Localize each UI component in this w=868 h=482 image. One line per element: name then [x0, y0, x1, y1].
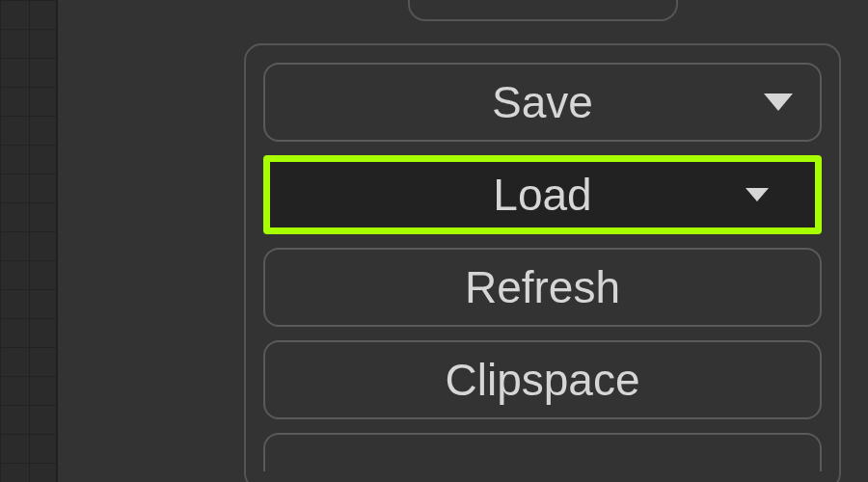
side-panel: Save Load Refresh Clipspace: [227, 0, 858, 482]
panel-button-group: Save Load Refresh Clipspace: [244, 43, 841, 482]
load-button-label: Load: [270, 169, 815, 221]
save-button-label: Save: [265, 76, 820, 128]
chevron-down-icon[interactable]: [764, 94, 793, 111]
clipspace-button-label: Clipspace: [265, 354, 820, 406]
load-button[interactable]: Load: [263, 155, 822, 234]
save-button[interactable]: Save: [263, 63, 822, 142]
canvas-grid-area[interactable]: [0, 0, 58, 482]
clipspace-button[interactable]: Clipspace: [263, 340, 822, 419]
panel-top-pill: [408, 0, 678, 21]
next-button-partial[interactable]: [263, 433, 822, 471]
chevron-down-icon[interactable]: [746, 188, 769, 201]
refresh-button[interactable]: Refresh: [263, 248, 822, 327]
refresh-button-label: Refresh: [265, 261, 820, 313]
